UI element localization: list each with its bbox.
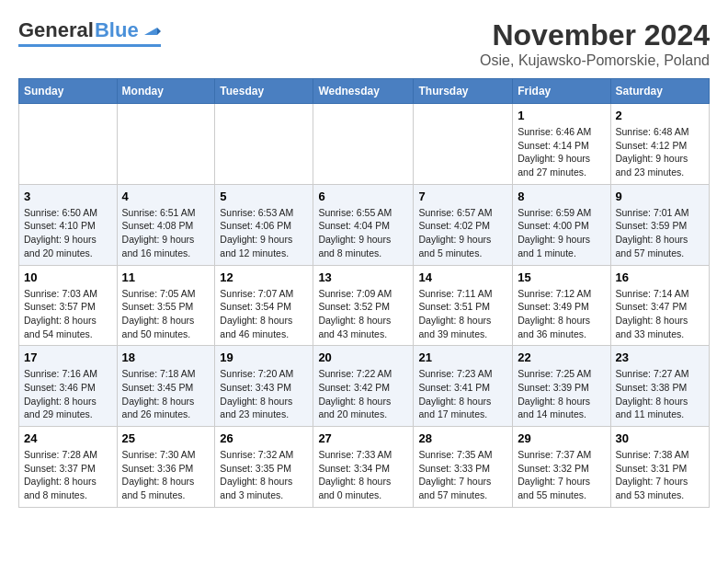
svg-marker-1 [157,28,161,35]
logo-arrow-icon [141,18,161,39]
calendar-cell: 25Sunrise: 7:30 AM Sunset: 3:36 PM Dayli… [117,427,215,508]
calendar-cell: 24Sunrise: 7:28 AM Sunset: 3:37 PM Dayli… [19,427,118,508]
day-number: 7 [418,190,507,203]
day-info: Sunrise: 6:55 AM Sunset: 4:04 PM Dayligh… [318,206,408,260]
day-info: Sunrise: 7:01 AM Sunset: 3:59 PM Dayligh… [616,206,705,260]
day-info: Sunrise: 7:11 AM Sunset: 3:51 PM Dayligh… [418,287,507,341]
day-info: Sunrise: 7:09 AM Sunset: 3:52 PM Dayligh… [318,287,408,341]
col-friday: Friday [513,79,610,104]
day-info: Sunrise: 7:33 AM Sunset: 3:34 PM Dayligh… [318,448,408,502]
calendar-cell: 2Sunrise: 6:48 AM Sunset: 4:12 PM Daylig… [610,104,710,185]
col-monday: Monday [117,79,215,104]
day-info: Sunrise: 7:23 AM Sunset: 3:41 PM Dayligh… [418,367,507,421]
svg-marker-0 [144,28,157,35]
page-header: General Blue November 2024 Osie, Kujawsk… [18,18,710,69]
day-info: Sunrise: 6:46 AM Sunset: 4:14 PM Dayligh… [518,125,605,179]
day-number: 19 [220,350,308,364]
day-number: 23 [616,350,705,364]
day-info: Sunrise: 7:14 AM Sunset: 3:47 PM Dayligh… [616,287,705,341]
day-info: Sunrise: 7:25 AM Sunset: 3:39 PM Dayligh… [518,367,605,421]
day-number: 27 [318,431,408,445]
calendar-cell: 20Sunrise: 7:22 AM Sunset: 3:42 PM Dayli… [313,346,414,427]
day-info: Sunrise: 7:35 AM Sunset: 3:33 PM Dayligh… [418,448,507,502]
day-info: Sunrise: 7:27 AM Sunset: 3:38 PM Dayligh… [616,367,705,421]
week-row-3: 10Sunrise: 7:03 AM Sunset: 3:57 PM Dayli… [19,265,710,346]
day-number: 1 [518,109,605,122]
page-title: November 2024 [480,18,710,52]
calendar-cell: 5Sunrise: 6:53 AM Sunset: 4:06 PM Daylig… [215,184,313,265]
day-number: 14 [418,270,507,284]
calendar-cell: 17Sunrise: 7:16 AM Sunset: 3:46 PM Dayli… [19,346,118,427]
calendar-cell: 29Sunrise: 7:37 AM Sunset: 3:32 PM Dayli… [513,427,610,508]
col-thursday: Thursday [414,79,513,104]
title-block: November 2024 Osie, Kujawsko-Pomorskie, … [480,18,710,69]
day-number: 21 [418,350,507,364]
day-info: Sunrise: 6:53 AM Sunset: 4:06 PM Dayligh… [220,206,308,260]
day-number: 22 [518,350,605,364]
day-info: Sunrise: 6:48 AM Sunset: 4:12 PM Dayligh… [616,125,705,179]
day-info: Sunrise: 7:22 AM Sunset: 3:42 PM Dayligh… [318,367,408,421]
logo-general: General [18,18,94,42]
calendar-cell: 7Sunrise: 6:57 AM Sunset: 4:02 PM Daylig… [414,184,513,265]
day-number: 24 [24,431,112,445]
calendar-cell: 9Sunrise: 7:01 AM Sunset: 3:59 PM Daylig… [610,184,710,265]
calendar-cell: 22Sunrise: 7:25 AM Sunset: 3:39 PM Dayli… [513,346,610,427]
calendar-table: Sunday Monday Tuesday Wednesday Thursday… [18,78,710,508]
day-number: 28 [418,431,507,445]
week-row-5: 24Sunrise: 7:28 AM Sunset: 3:37 PM Dayli… [19,427,710,508]
logo-block: General Blue [18,18,161,47]
calendar-cell: 21Sunrise: 7:23 AM Sunset: 3:41 PM Dayli… [414,346,513,427]
week-row-1: 1Sunrise: 6:46 AM Sunset: 4:14 PM Daylig… [19,104,710,185]
day-info: Sunrise: 7:38 AM Sunset: 3:31 PM Dayligh… [616,448,705,502]
day-number: 8 [518,190,605,203]
col-sunday: Sunday [19,79,118,104]
day-number: 17 [24,350,112,364]
calendar-cell: 4Sunrise: 6:51 AM Sunset: 4:08 PM Daylig… [117,184,215,265]
day-number: 20 [318,350,408,364]
calendar-cell: 30Sunrise: 7:38 AM Sunset: 3:31 PM Dayli… [610,427,710,508]
day-info: Sunrise: 6:57 AM Sunset: 4:02 PM Dayligh… [418,206,507,260]
col-tuesday: Tuesday [215,79,313,104]
calendar-cell: 8Sunrise: 6:59 AM Sunset: 4:00 PM Daylig… [513,184,610,265]
day-number: 3 [24,190,112,203]
calendar-cell [414,104,513,185]
day-info: Sunrise: 6:51 AM Sunset: 4:08 PM Dayligh… [122,206,210,260]
day-info: Sunrise: 7:20 AM Sunset: 3:43 PM Dayligh… [220,367,308,421]
calendar-cell: 13Sunrise: 7:09 AM Sunset: 3:52 PM Dayli… [313,265,414,346]
header-row: Sunday Monday Tuesday Wednesday Thursday… [19,79,710,104]
calendar-cell: 1Sunrise: 6:46 AM Sunset: 4:14 PM Daylig… [513,104,610,185]
calendar-cell: 16Sunrise: 7:14 AM Sunset: 3:47 PM Dayli… [610,265,710,346]
calendar-cell: 18Sunrise: 7:18 AM Sunset: 3:45 PM Dayli… [117,346,215,427]
page-subtitle: Osie, Kujawsko-Pomorskie, Poland [480,52,710,69]
logo-underline [18,44,161,47]
logo: General Blue [18,18,161,47]
calendar-cell [19,104,118,185]
day-number: 12 [220,270,308,284]
day-number: 11 [122,270,210,284]
calendar-cell [313,104,414,185]
day-number: 2 [616,109,705,122]
calendar-cell [117,104,215,185]
col-wednesday: Wednesday [313,79,414,104]
day-number: 15 [518,270,605,284]
day-number: 29 [518,431,605,445]
day-number: 10 [24,270,112,284]
day-info: Sunrise: 7:37 AM Sunset: 3:32 PM Dayligh… [518,448,605,502]
day-info: Sunrise: 7:18 AM Sunset: 3:45 PM Dayligh… [122,367,210,421]
day-info: Sunrise: 7:03 AM Sunset: 3:57 PM Dayligh… [24,287,112,341]
day-info: Sunrise: 7:28 AM Sunset: 3:37 PM Dayligh… [24,448,112,502]
day-number: 4 [122,190,210,203]
col-saturday: Saturday [610,79,710,104]
day-number: 9 [616,190,705,203]
calendar-cell: 15Sunrise: 7:12 AM Sunset: 3:49 PM Dayli… [513,265,610,346]
calendar-cell: 10Sunrise: 7:03 AM Sunset: 3:57 PM Dayli… [19,265,118,346]
calendar-cell [215,104,313,185]
logo-blue-text: Blue [95,18,139,42]
day-number: 30 [616,431,705,445]
calendar-cell: 14Sunrise: 7:11 AM Sunset: 3:51 PM Dayli… [414,265,513,346]
calendar-cell: 28Sunrise: 7:35 AM Sunset: 3:33 PM Dayli… [414,427,513,508]
day-number: 18 [122,350,210,364]
day-info: Sunrise: 6:59 AM Sunset: 4:00 PM Dayligh… [518,206,605,260]
day-info: Sunrise: 7:07 AM Sunset: 3:54 PM Dayligh… [220,287,308,341]
day-number: 6 [318,190,408,203]
